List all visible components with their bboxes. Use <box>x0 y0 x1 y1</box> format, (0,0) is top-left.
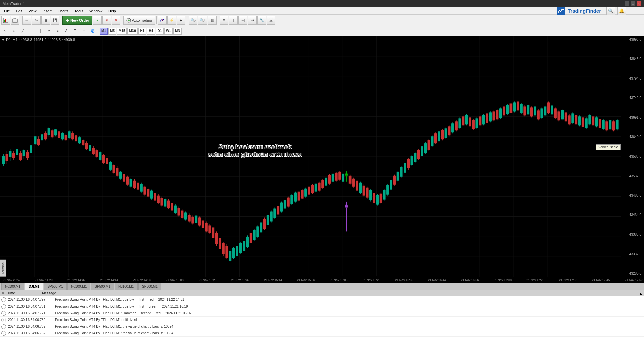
notifications-button[interactable]: 🔔 <box>617 7 626 15</box>
draw-channel-button[interactable]: ≡ <box>54 27 62 35</box>
save-button[interactable]: 💾 <box>51 16 59 25</box>
tf-m30-button[interactable]: M30 <box>127 28 137 35</box>
redo-button[interactable]: ↪ <box>32 16 41 25</box>
crosshair-draw-button[interactable]: ⊕ <box>10 27 18 35</box>
buy-button[interactable]: ▲ <box>93 16 102 25</box>
objects-button[interactable]: 🔧 <box>257 16 266 25</box>
sell-button[interactable]: ⊘ <box>102 16 111 25</box>
svg-rect-146 <box>184 213 187 220</box>
new-order-button[interactable]: New Order <box>62 16 92 25</box>
cursor-button[interactable]: ↖ <box>1 27 9 35</box>
draw-label-button[interactable]: T <box>71 27 79 35</box>
tf-mn-button[interactable]: MN <box>173 28 182 35</box>
tf-m15-button[interactable]: M15 <box>117 28 127 35</box>
tf-h4-button[interactable]: H4 <box>147 28 155 35</box>
screenshot-button[interactable]: 🖼 <box>267 16 275 25</box>
open-button[interactable] <box>11 16 19 25</box>
scroll-end-button[interactable]: →| <box>238 16 247 25</box>
draw-vline-button[interactable]: | <box>36 27 44 35</box>
svg-rect-252 <box>363 186 365 196</box>
svg-rect-192 <box>263 219 266 229</box>
fibonacci-button[interactable]: 🌀 <box>89 27 97 35</box>
tab-nd100-m1-2[interactable]: Nd100,M1 <box>67 283 90 290</box>
new-chart-button[interactable] <box>1 16 10 25</box>
svg-rect-78 <box>68 131 71 138</box>
drawing-sep-1 <box>98 28 98 35</box>
svg-rect-248 <box>356 181 358 191</box>
terminal-close-button[interactable]: ✕ <box>1 291 5 296</box>
menu-tools[interactable]: Tools <box>72 8 86 14</box>
tab-nd100-m1-3[interactable]: Nd100,M1 <box>115 283 138 290</box>
draw-text-button[interactable]: A <box>62 27 70 35</box>
tab-sp500-m1-3[interactable]: SP500,M1 <box>138 283 161 290</box>
chart-shift-button[interactable]: ⇥ <box>248 16 257 25</box>
tab-dji-m1[interactable]: DJI,M1 <box>25 283 43 290</box>
menu-view[interactable]: View <box>26 8 39 14</box>
time-label-14: 21 Nov 16:56 <box>461 278 479 282</box>
menu-charts[interactable]: Charts <box>55 8 71 14</box>
svg-rect-122 <box>143 187 146 195</box>
undo-button[interactable]: ↩ <box>22 16 31 25</box>
price-tick-7: 43588.0 <box>622 155 643 158</box>
close-order-button[interactable]: ✕ <box>112 16 120 25</box>
print-button[interactable]: 🖨 <box>41 16 50 25</box>
zoom-out-button[interactable]: 🔍- <box>189 16 197 25</box>
svg-rect-368 <box>561 110 564 119</box>
svg-rect-320 <box>479 116 482 125</box>
close-button[interactable]: ✕ <box>637 1 641 6</box>
menu-edit[interactable]: Edit <box>13 8 25 14</box>
draw-pencil-button[interactable]: ✏ <box>45 27 53 35</box>
draw-arrow-button[interactable]: ↑ <box>80 27 88 35</box>
svg-rect-160 <box>208 225 211 233</box>
tf-h1-button[interactable]: H1 <box>138 28 146 35</box>
zoom-in-button[interactable]: 🔍+ <box>198 16 207 25</box>
drawing-toolbar: ↖ ⊕ ╱ — | ✏ ≡ A T ↑ 🌀 M1 M5 M15 M30 H1 H… <box>0 26 644 36</box>
svg-rect-230 <box>328 175 331 183</box>
svg-rect-250 <box>359 183 362 193</box>
svg-rect-260 <box>376 195 379 204</box>
tradingfinder-logo-icon <box>556 6 566 16</box>
price-tick-5: 43691.0 <box>622 116 643 119</box>
terminal-side-label[interactable]: Terminal <box>0 260 6 277</box>
tab-nd100-m1-1[interactable]: Nd100,M1 <box>1 283 24 290</box>
svg-rect-274 <box>400 167 403 177</box>
time-label-4: 21 Nov 14:56 <box>133 278 151 282</box>
search-button[interactable]: 🔍 <box>606 7 615 15</box>
svg-rect-344 <box>520 104 523 113</box>
svg-rect-334 <box>503 106 505 115</box>
maximize-button[interactable]: □ <box>631 1 635 6</box>
svg-rect-304 <box>451 123 454 132</box>
svg-rect-148 <box>188 215 191 221</box>
svg-rect-272 <box>397 172 399 181</box>
menu-help[interactable]: Help <box>106 8 119 14</box>
time-label-12: 21 Nov 16:32 <box>395 278 413 282</box>
terminal-expand-button[interactable]: ▲ <box>639 291 643 295</box>
svg-rect-222 <box>315 184 317 192</box>
tf-m1-button[interactable]: M1 <box>100 28 108 35</box>
log-time-2: 2024.11.30 16:54:07.781 <box>8 305 55 308</box>
autotrading-button[interactable]: AutoTrading <box>123 16 155 25</box>
svg-rect-360 <box>547 102 550 113</box>
crosshair-button[interactable]: ⊕ <box>220 16 228 25</box>
tf-m5-button[interactable]: M5 <box>108 28 116 35</box>
svg-rect-362 <box>551 105 553 114</box>
svg-rect-96 <box>99 152 102 160</box>
draw-hline-button[interactable]: — <box>28 27 36 35</box>
tab-sp500-m1-1[interactable]: SP500,M1 <box>44 283 67 290</box>
indicators-button[interactable] <box>158 16 167 25</box>
svg-rect-172 <box>229 251 232 261</box>
tf-d1-button[interactable]: D1 <box>156 28 164 35</box>
scripts-button[interactable]: ▶ <box>177 16 185 25</box>
draw-line-button[interactable]: ╱ <box>19 27 27 35</box>
tf-w1-button[interactable]: W1 <box>164 28 173 35</box>
experts-button[interactable]: ⚡ <box>167 16 176 25</box>
menu-window[interactable]: Window <box>87 8 105 14</box>
menu-file[interactable]: File <box>1 8 13 14</box>
menu-insert[interactable]: Insert <box>40 8 54 14</box>
tab-sp500-m1-2[interactable]: SP500,M1 <box>91 283 114 290</box>
template-button[interactable]: ▦ <box>208 16 217 25</box>
chart-main[interactable]: ▼ DJI,M1 44938.3 44951.2 44923.5 44939.8 <box>0 36 621 277</box>
period-sep-button[interactable]: | <box>229 16 238 25</box>
minimize-button[interactable]: _ <box>625 1 629 6</box>
toolbar-sep-3 <box>122 16 122 24</box>
